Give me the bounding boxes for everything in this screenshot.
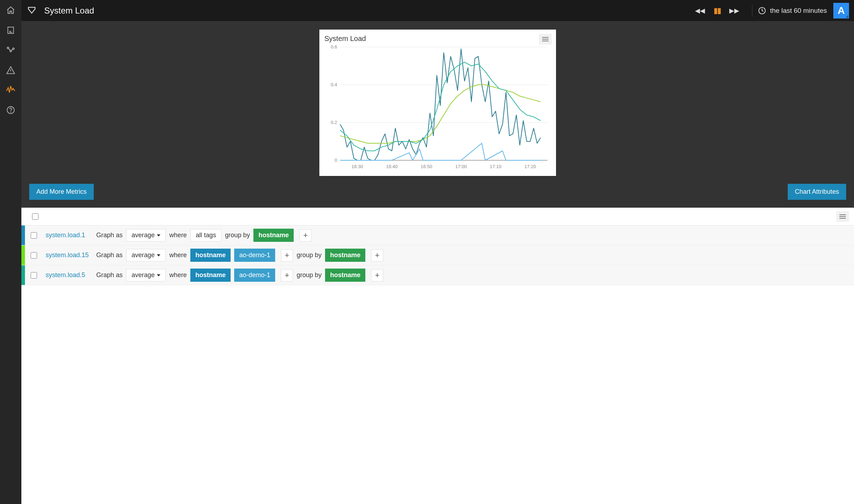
metric-row: system.load.15 Graph as average where ho… [21,245,854,265]
add-group-button[interactable]: + [299,229,312,241]
time-range-label: the last 60 minutes [770,7,827,15]
svg-text:16:50: 16:50 [421,164,432,169]
metric-checkbox[interactable] [31,272,37,279]
where-value-tag[interactable]: ao-demo-1 [234,269,275,282]
svg-text:0.2: 0.2 [331,120,337,125]
group-by-tag[interactable]: hostname [325,269,365,282]
home-icon[interactable] [5,5,16,16]
aggregation-select[interactable]: average [126,269,166,281]
add-more-metrics-button[interactable]: Add More Metrics [29,184,94,200]
where-tags-pill[interactable]: all tags [190,229,221,241]
group-by-tag[interactable]: hostname [253,229,294,242]
line-chart: 00.20.40.616:3016:4016:5017:0017:1017:20 [324,44,551,172]
metrics-header [21,208,854,225]
aggregation-select[interactable]: average [126,249,166,261]
where-label: where [169,271,187,279]
svg-text:17:00: 17:00 [455,164,467,169]
graph-as-label: Graph as [96,251,123,259]
topbar: System Load ◀◀ ▮▮ ▶▶ the last 60 minutes… [0,0,854,21]
metric-color-bar [21,245,25,265]
metric-name-link[interactable]: system.load.5 [43,271,96,279]
chart-title: System Load [324,35,551,43]
page-title: System Load [44,6,94,16]
metric-checkbox[interactable] [31,252,37,259]
where-key-tag[interactable]: hostname [190,269,231,282]
svg-text:0.4: 0.4 [331,82,337,87]
metric-row: system.load.5 Graph as average where hos… [21,265,854,285]
metric-color-bar [21,265,25,285]
svg-text:16:30: 16:30 [351,164,363,169]
where-label: where [169,232,187,239]
where-key-tag[interactable]: hostname [190,249,231,262]
svg-point-1 [7,47,9,48]
avatar[interactable]: A [833,3,849,19]
svg-text:0.6: 0.6 [331,44,337,50]
svg-text:16:40: 16:40 [386,164,398,169]
select-all-checkbox[interactable] [32,213,38,220]
svg-text:0: 0 [335,157,337,163]
group-by-label: group by [297,251,321,259]
group-by-label: group by [225,232,250,239]
add-group-button[interactable]: + [371,249,383,261]
graph-icon[interactable] [5,45,16,56]
alert-icon[interactable] [5,65,16,76]
forward-icon[interactable]: ▶▶ [729,7,739,15]
series-line [340,62,541,151]
sidebar [0,0,21,504]
chart-area: System Load 00.20.40.616:3016:4016:5017:… [21,21,854,208]
svg-point-5 [11,112,11,112]
aggregation-select[interactable]: average [126,229,166,241]
graph-as-label: Graph as [96,271,123,279]
svg-point-3 [12,48,14,50]
where-label: where [169,251,187,259]
metric-name-link[interactable]: system.load.1 [43,232,96,239]
rewind-icon[interactable]: ◀◀ [695,7,705,15]
document-icon[interactable] [5,25,16,36]
metric-color-bar [21,225,25,245]
add-group-button[interactable]: + [371,269,383,281]
metric-name-link[interactable]: system.load.15 [43,251,96,259]
graph-as-label: Graph as [96,232,123,239]
pause-icon[interactable]: ▮▮ [714,6,721,15]
series-line [340,85,541,143]
add-where-button[interactable]: + [281,269,293,281]
group-by-tag[interactable]: hostname [325,249,365,262]
metric-row: system.load.1 Graph as average where all… [21,225,854,245]
metrics-menu-button[interactable] [836,211,849,222]
group-by-label: group by [297,271,321,279]
chart-card: System Load 00.20.40.616:3016:4016:5017:… [319,30,556,176]
svg-text:17:20: 17:20 [524,164,536,169]
metric-checkbox[interactable] [31,232,37,239]
svg-point-2 [10,50,11,52]
chart-attributes-button[interactable]: Chart Attributes [788,184,846,200]
metrics-panel: system.load.1 Graph as average where all… [21,208,854,285]
metrics-icon[interactable] [5,85,16,95]
svg-text:17:10: 17:10 [490,164,501,169]
clock-icon [758,7,766,15]
time-range-picker[interactable]: the last 60 minutes [758,7,833,15]
add-where-button[interactable]: + [281,249,293,261]
chart-menu-button[interactable] [539,34,552,45]
where-value-tag[interactable]: ao-demo-1 [234,249,275,262]
help-icon[interactable] [5,105,16,115]
series-line [340,143,541,160]
context-icon[interactable] [21,6,42,16]
